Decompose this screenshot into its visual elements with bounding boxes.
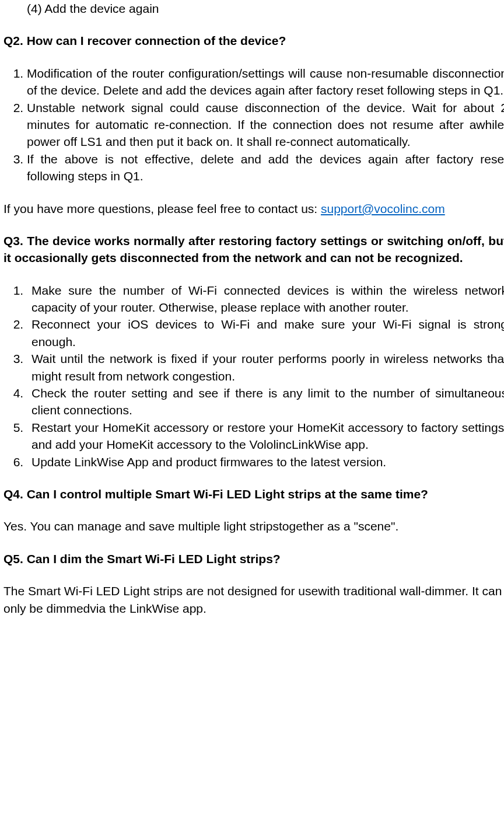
q5-answer: The Smart Wi-Fi LED Light strips are not… — [4, 582, 504, 617]
list-item: Modification of the router configuration… — [27, 65, 504, 99]
prior-step-4: (4) Add the device again — [4, 0, 504, 17]
list-item: Unstable network signal could cause disc… — [27, 99, 504, 151]
q4-answer: Yes. You can manage and save multiple li… — [4, 518, 504, 535]
q5-heading: Q5. Can I dim the Smart Wi-Fi LED Light … — [4, 550, 504, 567]
support-email-link[interactable]: support@vocolinc.com — [321, 202, 445, 215]
q4-heading: Q4. Can I control multiple Smart Wi-Fi L… — [4, 486, 504, 502]
list-item: Reconnect your iOS devices to Wi-Fi and … — [27, 316, 504, 350]
list-item: Make sure the number of Wi-Fi connected … — [27, 282, 504, 316]
q3-list: Make sure the number of Wi-Fi connected … — [4, 282, 504, 470]
list-item: Restart your HomeKit accessory or restor… — [27, 419, 504, 453]
list-item: Check the router setting and see if ther… — [27, 385, 504, 419]
contact-text: If you have more questions, please feel … — [4, 202, 321, 215]
q3-heading: Q3. The device works normally after rest… — [4, 232, 504, 267]
q2-list: Modification of the router configuration… — [4, 65, 504, 185]
list-item: Wait until the network is fixed if your … — [27, 350, 504, 385]
q2-contact: If you have more questions, please feel … — [4, 200, 504, 217]
q2-heading: Q2. How can I recover connection of the … — [4, 32, 504, 49]
list-item: If the above is not effective, delete an… — [27, 151, 504, 185]
list-item: Update LinkWise App and product firmware… — [27, 453, 504, 470]
